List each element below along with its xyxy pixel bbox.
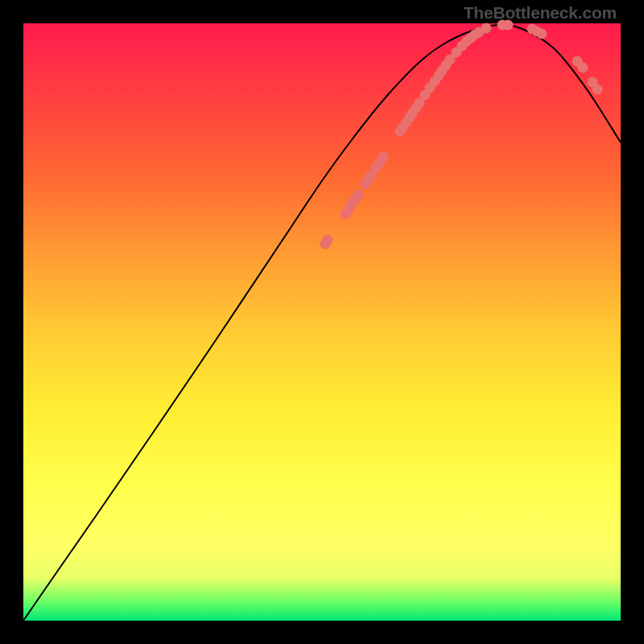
watermark-text: TheBottleneck.com xyxy=(464,3,617,23)
chart-marker xyxy=(592,85,603,95)
chart-marker xyxy=(353,190,364,200)
chart-marker xyxy=(481,23,492,34)
chart-marker xyxy=(578,63,588,73)
bottleneck-curve-line xyxy=(23,25,621,621)
chart-plot-area xyxy=(23,23,621,621)
chart-marker xyxy=(323,235,333,246)
chart-marker xyxy=(537,29,547,39)
chart-marker xyxy=(378,152,389,163)
chart-svg xyxy=(23,23,621,621)
